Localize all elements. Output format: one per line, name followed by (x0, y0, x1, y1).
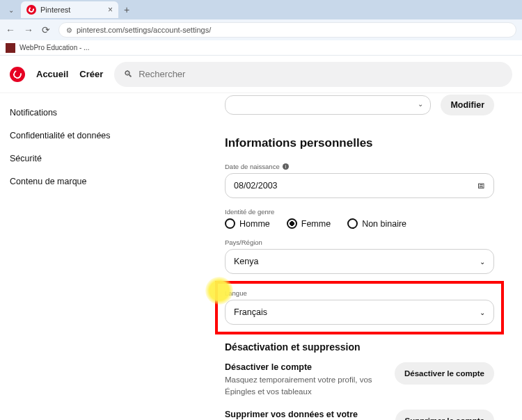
new-tab-icon[interactable]: + (124, 4, 129, 15)
truncated-select[interactable]: ⌄ (225, 95, 431, 115)
search-input[interactable] (139, 69, 503, 79)
tab-bar: ⌄ Pinterest × + (0, 0, 522, 19)
address-bar: ← → ⟳ ⚙ pinterest.com/settings/account-s… (0, 19, 522, 40)
deactivate-heading: Désactiver le compte (225, 362, 382, 372)
language-select[interactable]: Français ⌄ (225, 300, 494, 325)
forward-icon[interactable]: → (24, 24, 33, 35)
bookmark-favicon (6, 43, 15, 53)
calendar-icon[interactable]: 📅︎ (477, 181, 485, 190)
sidebar-item-privacy[interactable]: Confidentialité et données (10, 124, 115, 147)
dob-value: 08/02/2003 (234, 181, 278, 191)
chevron-down-icon: ⌄ (418, 100, 423, 108)
back-icon[interactable]: ← (6, 24, 15, 35)
site-settings-icon[interactable]: ⚙ (66, 26, 72, 34)
pinterest-favicon (26, 5, 36, 15)
content-area: ⌄ Modifier Informations personnelles Dat… (115, 93, 522, 420)
section-title-deactivation: Désactivation et suppression (225, 341, 494, 353)
tab-dropdown-icon[interactable]: ⌄ (6, 6, 17, 14)
bookmark-bar: WebPro Education - ... (0, 40, 522, 56)
language-label: Langue (225, 289, 494, 297)
country-select[interactable]: Kenya ⌄ (225, 249, 494, 274)
sidebar-item-branded[interactable]: Contenu de marque (10, 170, 115, 193)
sidebar-item-security[interactable]: Sécurité (10, 147, 115, 170)
radio-icon (287, 218, 297, 229)
url-box[interactable]: ⚙ pinterest.com/settings/account-setting… (58, 22, 516, 38)
country-value: Kenya (234, 257, 258, 266)
deactivate-desc: Masquez temporairement votre profil, vos… (225, 374, 382, 397)
gender-label: Identité de genre (225, 208, 494, 216)
delete-button[interactable]: Supprimer le compte (395, 410, 494, 420)
modify-button[interactable]: Modifier (441, 95, 494, 115)
nav-create[interactable]: Créer (79, 69, 103, 79)
bookmark-item[interactable]: WebPro Education - ... (19, 44, 89, 51)
nav-home[interactable]: Accueil (36, 69, 68, 79)
language-value: Français (234, 307, 267, 317)
highlight-circle (205, 277, 233, 305)
pinterest-header: Accueil Créer 🔍︎ (0, 56, 522, 93)
dob-input[interactable]: 08/02/2003 📅︎ (225, 173, 494, 198)
radio-homme[interactable]: Homme (225, 218, 270, 229)
dob-label: Date de naissance i (225, 163, 494, 170)
info-icon[interactable]: i (283, 163, 289, 170)
delete-heading: Supprimer vos données et votre compte (225, 410, 383, 420)
highlight-box: Langue Français ⌄ (215, 281, 504, 334)
radio-icon (347, 218, 358, 229)
browser-tab[interactable]: Pinterest × (21, 1, 118, 18)
url-text: pinterest.com/settings/account-settings/ (77, 26, 211, 34)
search-icon: 🔍︎ (124, 69, 133, 79)
sidebar-item-notifications[interactable]: Notifications (10, 102, 115, 124)
search-bar[interactable]: 🔍︎ (114, 62, 512, 87)
radio-nonbinaire[interactable]: Non binaire (347, 218, 406, 229)
deactivate-button[interactable]: Désactiver le compte (395, 362, 494, 385)
radio-femme[interactable]: Femme (287, 218, 331, 229)
tab-title: Pinterest (40, 6, 104, 14)
settings-sidebar: Notifications Confidentialité et données… (0, 93, 115, 420)
pinterest-logo-icon[interactable] (10, 67, 25, 82)
section-title-personal: Informations personnelles (225, 136, 494, 150)
country-label: Pays/Région (225, 239, 494, 246)
chevron-down-icon: ⌄ (480, 309, 485, 316)
radio-icon (225, 218, 235, 229)
reload-icon[interactable]: ⟳ (42, 24, 50, 35)
close-icon[interactable]: × (108, 5, 113, 15)
chevron-down-icon: ⌄ (480, 258, 485, 266)
